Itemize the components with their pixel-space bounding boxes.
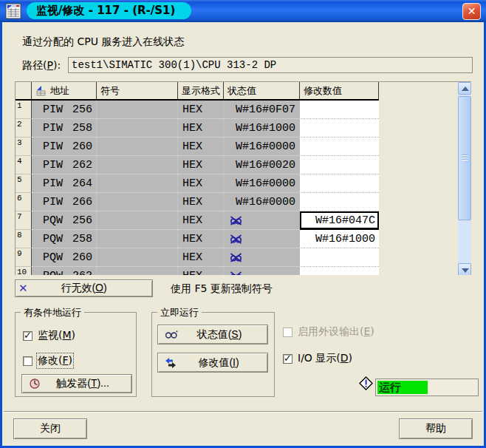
modify-cell[interactable] [300, 101, 379, 119]
address-cell[interactable]: PIW 264 [32, 174, 97, 193]
format-cell[interactable]: HEX [178, 174, 224, 193]
cpu-status-icon [359, 376, 373, 390]
address-cell[interactable]: PIW 256 [32, 101, 97, 119]
status-cell: W#16#1000 [224, 119, 300, 138]
header-modify[interactable]: 修改数值 [300, 82, 379, 101]
header-status[interactable]: 状态值 [224, 82, 300, 101]
monitor-checkbox-row[interactable]: ✓ 监视(M) [23, 329, 75, 342]
header-format[interactable]: 显示格式 [178, 82, 224, 101]
row-number[interactable]: 3 [16, 138, 32, 156]
table-row[interactable]: 5 PIW 264 HEX W#16#0000 [16, 174, 379, 193]
row-number[interactable]: 8 [16, 230, 32, 248]
format-cell[interactable]: HEX [178, 193, 224, 211]
address-cell[interactable]: PQW 262 [32, 267, 97, 275]
trigger-button[interactable]: 触发器(T)... [21, 374, 132, 393]
io-display-checkbox[interactable]: ✓ [283, 354, 292, 364]
format-cell[interactable]: HEX [178, 267, 224, 275]
modify-cell[interactable] [300, 267, 379, 275]
address-cell[interactable]: PIW 266 [32, 193, 97, 211]
table-row[interactable]: 10 PQW 262 HEX [16, 267, 379, 275]
symbol-cell[interactable] [97, 156, 178, 174]
table-row[interactable]: 3 PIW 260 HEX W#16#0000 [16, 138, 379, 156]
symbol-cell[interactable] [97, 267, 178, 275]
row-number[interactable]: 4 [16, 156, 32, 174]
row-number[interactable]: 7 [16, 211, 32, 230]
row-number[interactable]: 10 [16, 267, 32, 275]
address-type: PQW [43, 270, 63, 276]
vertical-scrollbar[interactable] [458, 82, 471, 275]
table-row[interactable]: 4 PIW 262 HEX W#16#0020 [16, 156, 379, 174]
scroll-down-icon[interactable] [458, 263, 471, 275]
format-cell[interactable]: HEX [178, 156, 224, 174]
modify-values-button[interactable]: 修改值(I) [157, 353, 268, 373]
modify-cell[interactable]: W#16#1000 [300, 230, 379, 248]
symbol-cell[interactable] [97, 101, 178, 119]
format-cell[interactable]: HEX [178, 248, 224, 267]
row-number[interactable]: 9 [16, 248, 32, 267]
title-bar[interactable]: 监视/修改 - 117 - (R-/S1) ✕ [0, 0, 486, 22]
address-type: PQW [43, 214, 63, 227]
modify-cell[interactable]: W#16#047C [300, 211, 379, 230]
modify-cell[interactable] [300, 119, 379, 138]
table-row[interactable]: 2 PIW 258 HEX W#16#1000 [16, 119, 379, 138]
help-button[interactable]: 帮助 [399, 418, 473, 439]
symbol-cell[interactable] [97, 230, 178, 248]
connection-status-text: 通过分配的 CPU 服务进入在线状态 [22, 35, 184, 49]
address-offset: 266 [72, 196, 92, 208]
format-cell[interactable]: HEX [178, 230, 224, 248]
row-number[interactable]: 1 [16, 101, 32, 119]
peripheral-outputs-row: ✓ 启用外设输出(E) [283, 325, 374, 339]
scrollbar-thumb[interactable] [458, 96, 471, 220]
row-number[interactable]: 6 [16, 193, 32, 211]
table-row[interactable]: 1 PIW 256 HEX W#16#0F07 [16, 101, 379, 119]
address-offset: 258 [72, 233, 92, 245]
modify-cell[interactable] [300, 156, 379, 174]
header-row-number [16, 82, 32, 101]
close-button[interactable]: 关闭 [13, 418, 87, 439]
peripheral-outputs-label: 启用外设输出(E) [298, 325, 374, 339]
format-cell[interactable]: HEX [178, 211, 224, 230]
row-invalid-button[interactable]: ✕ 行无效(O) [15, 279, 153, 297]
row-number[interactable]: 2 [16, 119, 32, 138]
format-cell[interactable]: HEX [178, 119, 224, 138]
symbol-cell[interactable] [97, 193, 178, 211]
scroll-up-icon[interactable] [458, 82, 471, 95]
modify-cell[interactable] [300, 248, 379, 267]
close-icon[interactable]: ✕ [462, 3, 481, 20]
address-cell[interactable]: PQW 260 [32, 248, 97, 267]
status-values-button[interactable]: 状态值(S) [157, 325, 268, 345]
modify-cell[interactable] [300, 193, 379, 211]
modify-checkbox-row[interactable]: ✓ 修改(F) [23, 354, 72, 367]
symbol-cell[interactable] [97, 248, 178, 267]
status-cell: W#16#0000 [224, 193, 300, 211]
address-cell[interactable]: PIW 260 [32, 138, 97, 156]
table-row[interactable]: 8 PQW 258 HEX W#16#1000 [16, 230, 379, 248]
format-cell[interactable]: HEX [178, 101, 224, 119]
address-cell[interactable]: PQW 258 [32, 230, 97, 248]
format-cell[interactable]: HEX [178, 138, 224, 156]
symbol-cell[interactable] [97, 138, 178, 156]
io-display-row[interactable]: ✓ I/O 显示(D) [283, 352, 352, 365]
modify-cell[interactable] [300, 138, 379, 156]
symbol-cell[interactable] [97, 174, 178, 193]
address-cell[interactable]: PIW 258 [32, 119, 97, 138]
status-values-label: 状态值(S) [188, 328, 263, 342]
symbol-cell[interactable] [97, 211, 178, 230]
status-value: W#16#0F07 [236, 103, 295, 116]
modify-checkbox[interactable]: ✓ [23, 356, 32, 366]
row-number[interactable]: 5 [16, 174, 32, 193]
modify-cell[interactable] [300, 174, 379, 193]
table-row[interactable]: 9 PQW 260 HEX [16, 248, 379, 267]
address-cell[interactable]: PQW 256 [32, 211, 97, 230]
table-row[interactable]: 7 PQW 256 HEX W#16#047C [16, 211, 379, 230]
table-row[interactable]: 6 PIW 266 HEX W#16#0000 [16, 193, 379, 211]
header-address[interactable]: 地址 [32, 82, 97, 101]
header-symbol[interactable]: 符号 [97, 82, 178, 101]
address-type: PIW [43, 196, 63, 208]
monitor-checkbox[interactable]: ✓ [23, 331, 32, 341]
path-field[interactable]: test1\SIMATIC 300(1)\CPU 313-2 DP [68, 57, 473, 73]
modify-values-label: 修改值(I) [186, 356, 263, 370]
symbol-cell[interactable] [97, 119, 178, 138]
address-cell[interactable]: PIW 262 [32, 156, 97, 174]
status-value: W#16#0000 [236, 140, 295, 153]
